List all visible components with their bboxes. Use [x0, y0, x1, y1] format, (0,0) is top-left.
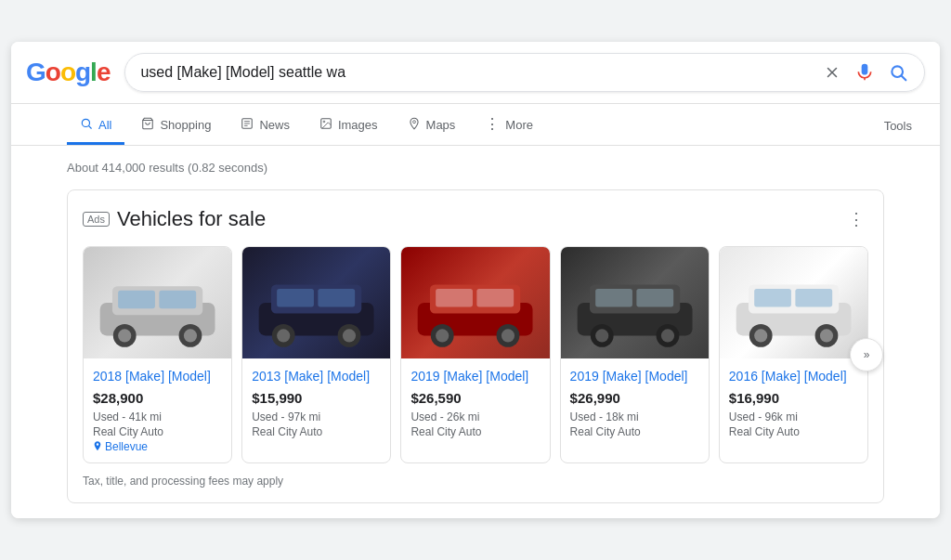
car-illustration-2 — [242, 247, 390, 358]
car-image-1 — [84, 247, 231, 358]
car-illustration-4 — [561, 247, 709, 358]
tab-all-label: All — [98, 118, 111, 132]
clear-button[interactable] — [822, 62, 842, 83]
car-price-5: $16,990 — [729, 390, 858, 406]
svg-point-49 — [754, 329, 767, 342]
svg-point-10 — [323, 121, 325, 123]
tab-all[interactable]: All — [67, 108, 124, 145]
svg-rect-23 — [319, 289, 356, 306]
svg-point-11 — [412, 121, 415, 124]
car-dealer-3: Real City Auto — [410, 425, 540, 438]
svg-line-3 — [89, 126, 92, 129]
car-info-2: 2013 [Make] [Model] $15,990 Used - 97k m… — [242, 358, 390, 448]
shopping-icon — [141, 117, 154, 133]
car-condition-4: Used - 18k mi — [570, 409, 699, 425]
car-card-4[interactable]: 2019 [Make] [Model] $26,990 Used - 18k m… — [560, 246, 710, 463]
car-location-text-1: Bellevue — [105, 440, 148, 453]
car-card-5[interactable]: 2016 [Make] [Model] $16,990 Used - 96k m… — [719, 246, 868, 463]
ads-header: Ads Vehicles for sale ⋮ — [83, 205, 868, 233]
search-bar — [124, 53, 925, 92]
browser-window: Google — [11, 42, 940, 518]
car-condition-1: Used - 41k mi — [93, 409, 222, 425]
svg-rect-14 — [118, 291, 155, 308]
tab-images-label: Images — [338, 118, 378, 132]
car-price-2: $15,990 — [252, 390, 381, 406]
tab-more[interactable]: ⋮ More — [472, 108, 546, 144]
tab-news[interactable]: News — [228, 108, 303, 145]
svg-point-41 — [595, 329, 608, 342]
images-icon — [319, 117, 332, 133]
close-icon — [824, 64, 840, 81]
svg-point-33 — [436, 329, 449, 342]
car-name-5: 2016 [Make] [Model] — [729, 368, 858, 384]
disclaimer: Tax, title, and processing fees may appl… — [83, 475, 868, 488]
ads-badge: Ads — [83, 212, 110, 227]
content-area: About 414,000 results (0.82 seconds) Ads… — [11, 146, 940, 518]
car-dealer-5: Real City Auto — [729, 425, 858, 438]
car-image-2 — [242, 247, 390, 358]
tab-shopping-label: Shopping — [160, 118, 211, 132]
svg-rect-22 — [277, 289, 314, 306]
svg-point-27 — [343, 329, 356, 342]
nav-tabs: All Shopping News — [11, 104, 940, 146]
tab-images[interactable]: Images — [306, 108, 391, 145]
svg-rect-39 — [636, 289, 673, 306]
ads-section: Ads Vehicles for sale ⋮ — [67, 189, 884, 503]
car-image-3 — [401, 247, 549, 358]
car-name-2: 2013 [Make] [Model] — [252, 368, 381, 384]
car-illustration-5 — [720, 247, 867, 358]
car-name-1: 2018 [Make] [Model] — [93, 368, 222, 384]
tools-button[interactable]: Tools — [871, 110, 925, 142]
car-price-3: $26,590 — [410, 390, 540, 406]
search-input[interactable] — [140, 64, 813, 81]
car-info-3: 2019 [Make] [Model] $26,590 Used - 26k m… — [401, 358, 549, 448]
search-icons — [822, 61, 909, 84]
car-price-4: $26,990 — [570, 390, 699, 406]
car-dealer-2: Real City Auto — [252, 425, 381, 438]
car-dealer-1: Real City Auto — [93, 425, 222, 438]
tab-shopping[interactable]: Shopping — [128, 108, 224, 145]
tab-maps[interactable]: Maps — [395, 108, 469, 145]
tab-maps-label: Maps — [426, 118, 456, 132]
car-image-4 — [561, 247, 709, 358]
all-icon — [80, 117, 93, 133]
voice-search-button[interactable] — [853, 61, 876, 84]
results-info: About 414,000 results (0.82 seconds) — [67, 161, 884, 175]
tab-more-label: More — [505, 118, 533, 132]
ads-title-row: Ads Vehicles for sale — [83, 207, 266, 231]
car-info-1: 2018 [Make] [Model] $28,900 Used - 41k m… — [84, 358, 231, 462]
search-button[interactable] — [887, 61, 909, 84]
svg-point-51 — [820, 329, 833, 342]
svg-rect-30 — [436, 289, 474, 306]
car-condition-5: Used - 96k mi — [729, 409, 858, 425]
car-card-3[interactable]: 2019 [Make] [Model] $26,590 Used - 26k m… — [400, 246, 550, 463]
car-cards-container: 2018 [Make] [Model] $28,900 Used - 41k m… — [83, 246, 868, 463]
more-dots-icon: ⋮ — [485, 117, 500, 132]
car-location-1: Bellevue — [93, 440, 222, 453]
svg-point-25 — [277, 329, 290, 342]
next-button[interactable]: » — [850, 338, 883, 371]
ads-title: Vehicles for sale — [117, 207, 266, 231]
car-dealer-4: Real City Auto — [570, 425, 699, 438]
news-icon — [241, 117, 254, 133]
car-illustration-1 — [84, 247, 231, 358]
svg-rect-31 — [477, 289, 515, 306]
car-info-5: 2016 [Make] [Model] $16,990 Used - 96k m… — [720, 358, 867, 448]
google-logo: Google — [26, 58, 110, 87]
car-condition-3: Used - 26k mi — [410, 409, 540, 425]
car-condition-2: Used - 97k mi — [252, 409, 381, 425]
svg-rect-38 — [595, 289, 632, 306]
car-illustration-3 — [401, 247, 549, 358]
search-icon — [889, 63, 907, 82]
car-card-2[interactable]: 2013 [Make] [Model] $15,990 Used - 97k m… — [241, 246, 391, 463]
more-options-button[interactable]: ⋮ — [844, 205, 868, 233]
car-card-1[interactable]: 2018 [Make] [Model] $28,900 Used - 41k m… — [83, 246, 232, 463]
car-price-1: $28,900 — [93, 390, 222, 406]
svg-line-1 — [902, 76, 906, 81]
svg-rect-47 — [795, 289, 832, 306]
location-icon — [93, 441, 102, 452]
mic-icon — [855, 63, 874, 82]
svg-rect-15 — [159, 291, 196, 308]
header: Google — [11, 42, 940, 104]
maps-icon — [408, 117, 421, 133]
